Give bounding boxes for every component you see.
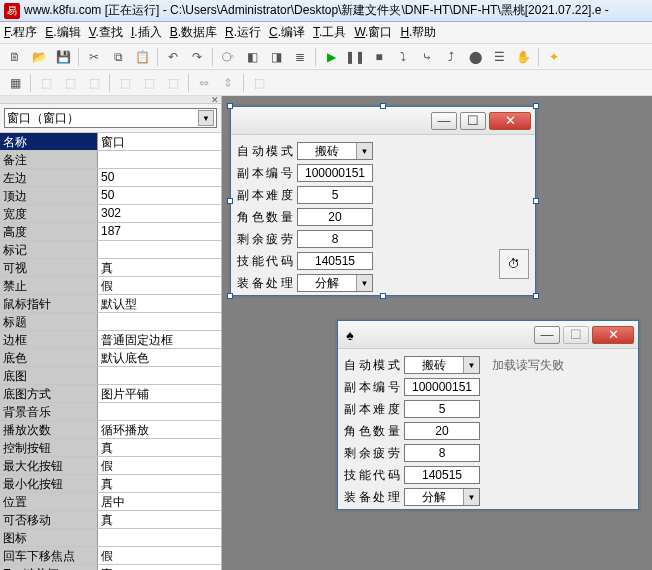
timer-button[interactable]: ⏱ xyxy=(499,249,529,279)
menu-item[interactable]: C.编译 xyxy=(269,24,305,41)
form-select[interactable]: 搬砖▼ xyxy=(297,142,373,160)
property-row[interactable]: 标记 xyxy=(0,241,221,259)
property-row[interactable]: 左边50 xyxy=(0,169,221,187)
close-icon[interactable]: ✕ xyxy=(489,112,531,130)
property-row[interactable]: 播放次数循环播放 xyxy=(0,421,221,439)
property-row[interactable]: 控制按钮真 xyxy=(0,439,221,457)
form-input[interactable]: 100000151 xyxy=(404,378,480,396)
property-value[interactable]: 50 xyxy=(98,169,221,186)
property-value[interactable]: 假 xyxy=(98,277,221,294)
property-value[interactable] xyxy=(98,367,221,384)
align-bot-icon[interactable]: ⬚ xyxy=(162,72,184,94)
runtime-window-titlebar[interactable]: ♠ — ☐ ✕ xyxy=(338,321,638,349)
breakpoints-icon[interactable]: ☰ xyxy=(488,46,510,68)
save-icon[interactable]: 💾 xyxy=(52,46,74,68)
property-row[interactable]: 可视真 xyxy=(0,259,221,277)
property-row[interactable]: 位置居中 xyxy=(0,493,221,511)
grid-icon[interactable]: ▦ xyxy=(4,72,26,94)
property-grid[interactable]: 名称窗口备注左边50顶边50宽度302高度187标记可视真禁止假鼠标指针默认型标… xyxy=(0,132,221,570)
hand-icon[interactable]: ✋ xyxy=(512,46,534,68)
property-value[interactable]: 真 xyxy=(98,475,221,492)
menu-item[interactable]: T.工具 xyxy=(313,24,346,41)
maximize-icon[interactable]: ☐ xyxy=(563,326,589,344)
run-icon[interactable]: ▶ xyxy=(320,46,342,68)
property-value[interactable] xyxy=(98,241,221,258)
align-center-icon[interactable]: ⬚ xyxy=(59,72,81,94)
property-value[interactable]: 187 xyxy=(98,223,221,240)
form-input[interactable]: 140515 xyxy=(404,466,480,484)
form-select[interactable]: 搬砖▼ xyxy=(404,356,480,374)
minimize-icon[interactable]: — xyxy=(534,326,560,344)
property-value[interactable]: 真 xyxy=(98,511,221,528)
find-icon[interactable]: ⧂ xyxy=(217,46,239,68)
form-input[interactable]: 5 xyxy=(404,400,480,418)
property-row[interactable]: 高度187 xyxy=(0,223,221,241)
property-value[interactable]: 普通固定边框 xyxy=(98,331,221,348)
property-row[interactable]: 鼠标指针默认型 xyxy=(0,295,221,313)
chevron-down-icon[interactable]: ▼ xyxy=(356,143,372,159)
property-value[interactable]: 真 xyxy=(98,565,221,570)
property-value[interactable]: 真 xyxy=(98,259,221,276)
property-row[interactable]: 回车下移焦点假 xyxy=(0,547,221,565)
undo-icon[interactable]: ↶ xyxy=(162,46,184,68)
form-input[interactable]: 20 xyxy=(404,422,480,440)
property-row[interactable]: 宽度302 xyxy=(0,205,221,223)
form-input[interactable]: 100000151 xyxy=(297,164,373,182)
align-left-icon[interactable]: ⬚ xyxy=(35,72,57,94)
chevron-down-icon[interactable]: ▼ xyxy=(463,357,479,373)
close-icon[interactable]: ✕ xyxy=(592,326,634,344)
chevron-down-icon[interactable]: ▼ xyxy=(198,110,214,126)
property-row[interactable]: 备注 xyxy=(0,151,221,169)
property-row[interactable]: 最小化按钮真 xyxy=(0,475,221,493)
property-value[interactable]: 假 xyxy=(98,457,221,474)
menu-item[interactable]: E.编辑 xyxy=(45,24,80,41)
form-input[interactable]: 140515 xyxy=(297,252,373,270)
property-value[interactable]: 图片平铺 xyxy=(98,385,221,402)
property-row[interactable]: 底图方式图片平铺 xyxy=(0,385,221,403)
panel-close-icon[interactable]: ✕ xyxy=(211,95,219,105)
breakpoint-icon[interactable]: ⬤ xyxy=(464,46,486,68)
dist-h-icon[interactable]: ⇔ xyxy=(193,72,215,94)
bookmark-icon[interactable]: ◧ xyxy=(241,46,263,68)
form-select[interactable]: 分解▼ xyxy=(404,488,480,506)
design-window[interactable]: — ☐ ✕ 自动模式搬砖▼副本编号100000151副本难度5角色数量20剩余疲… xyxy=(230,106,536,296)
bookmark2-icon[interactable]: ◨ xyxy=(265,46,287,68)
dist-v-icon[interactable]: ⇕ xyxy=(217,72,239,94)
property-row[interactable]: 底色默认底色 xyxy=(0,349,221,367)
property-value[interactable]: 循环播放 xyxy=(98,421,221,438)
menu-item[interactable]: F.程序 xyxy=(4,24,37,41)
stop-icon[interactable]: ■ xyxy=(368,46,390,68)
property-row[interactable]: 标题 xyxy=(0,313,221,331)
maximize-icon[interactable]: ☐ xyxy=(460,112,486,130)
menu-item[interactable]: W.窗口 xyxy=(354,24,392,41)
align-top-icon[interactable]: ⬚ xyxy=(114,72,136,94)
property-row[interactable]: 名称窗口 xyxy=(0,133,221,151)
object-selector[interactable]: 窗口（窗口） ▼ xyxy=(4,108,217,128)
property-row[interactable]: Esc键关闭真 xyxy=(0,565,221,570)
property-value[interactable]: 窗口 xyxy=(98,133,221,150)
form-input[interactable]: 5 xyxy=(297,186,373,204)
property-row[interactable]: 底图 xyxy=(0,367,221,385)
minimize-icon[interactable]: — xyxy=(431,112,457,130)
property-row[interactable]: 可否移动真 xyxy=(0,511,221,529)
property-value[interactable]: 默认底色 xyxy=(98,349,221,366)
redo-icon[interactable]: ↷ xyxy=(186,46,208,68)
menu-item[interactable]: I.插入 xyxy=(131,24,162,41)
property-row[interactable]: 禁止假 xyxy=(0,277,221,295)
runtime-window[interactable]: ♠ — ☐ ✕ 自动模式搬砖▼副本编号100000151副本难度5角色数量20剩… xyxy=(337,320,639,510)
menu-item[interactable]: H.帮助 xyxy=(400,24,436,41)
step-out-icon[interactable]: ⤴ xyxy=(440,46,462,68)
align-right-icon[interactable]: ⬚ xyxy=(83,72,105,94)
form-input[interactable]: 8 xyxy=(297,230,373,248)
chevron-down-icon[interactable]: ▼ xyxy=(463,489,479,505)
design-window-titlebar[interactable]: — ☐ ✕ xyxy=(231,107,535,135)
property-value[interactable]: 真 xyxy=(98,439,221,456)
chevron-down-icon[interactable]: ▼ xyxy=(356,275,372,291)
size-icon[interactable]: ⬚ xyxy=(248,72,270,94)
menubar[interactable]: F.程序E.编辑V.查找I.插入B.数据库R.运行C.编译T.工具W.窗口H.帮… xyxy=(0,22,652,44)
align-mid-icon[interactable]: ⬚ xyxy=(138,72,160,94)
new-icon[interactable]: 🗎 xyxy=(4,46,26,68)
property-value[interactable]: 50 xyxy=(98,187,221,204)
property-value[interactable] xyxy=(98,151,221,168)
open-icon[interactable]: 📂 xyxy=(28,46,50,68)
